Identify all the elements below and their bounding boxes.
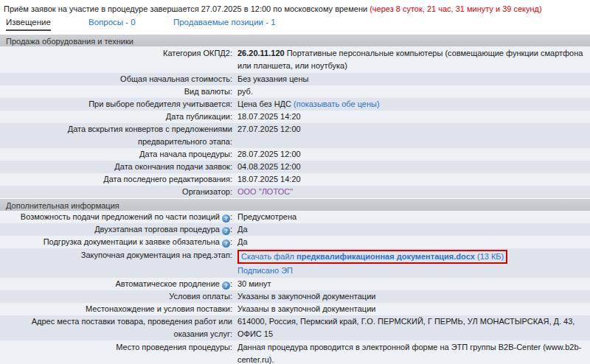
value-text: Да [237, 237, 248, 246]
row-label: Адрес места поставки товара, проведения … [0, 315, 234, 340]
show-both-prices-link[interactable]: (показывать обе цены) [294, 99, 380, 108]
table-row: Подгрузка документации к заявке обязател… [0, 236, 590, 248]
row-value: 30 минут [234, 278, 590, 290]
row-value: Скачать файл предквалификационная докуме… [234, 248, 590, 278]
signed-ep-link[interactable]: Подписано ЭП [237, 266, 293, 275]
value-text: 04.08.2025 12:00 [237, 162, 301, 171]
row-label: Дата окончания подачи заявок: [0, 161, 234, 173]
row-label: Дата начала процедуры: [0, 148, 234, 161]
table-row: Автоматическое продление?:30 минут [0, 278, 590, 290]
row-value: ООО "ЛОТОС" [234, 186, 590, 198]
value-text: 27.07.2025 12:00 [237, 125, 301, 133]
table-row: Дата начала процедуры:28.07.2025 12:00 [0, 148, 590, 161]
row-label: Дата вскрытия конвертов с предложениями … [0, 123, 234, 148]
tab-notice[interactable]: Извещение [6, 18, 51, 31]
tab-bar: Извещение Вопросы - 0 Продаваемые позици… [0, 15, 590, 31]
value-text: 30 минут [237, 279, 271, 288]
tab-questions[interactable]: Вопросы - 0 [88, 18, 136, 29]
section-header: Дополнительная информация [0, 198, 590, 211]
value-text: 28.07.2025 12:00 [237, 150, 301, 158]
table-row: Место проведения процедуры:Данная процед… [0, 340, 590, 364]
value-text: 26.20.11.120 [237, 49, 285, 57]
row-value: 26.20.11.120 Портативные персональные ко… [234, 46, 590, 73]
row-label: Условия оплаты: [0, 290, 234, 303]
table-row: Организатор:ООО "ЛОТОС" [0, 186, 590, 198]
row-label: Категория ОКПД2: [0, 46, 234, 73]
table-row: Адрес места поставки товара, проведения … [0, 315, 590, 340]
row-label: Вид валюты: [0, 85, 234, 98]
row-label: Организатор: [0, 186, 234, 198]
table-row: Возможность подачи предложений по части … [0, 211, 590, 223]
row-label: При выборе победителя учитывается: [0, 98, 234, 111]
value-text: руб. [237, 87, 253, 96]
table-row: Категория ОКПД2:26.20.11.120 Портативные… [0, 46, 590, 73]
value-text: 18.07.2025 14:20 [237, 175, 301, 183]
row-value: 04.08.2025 12:00 [234, 161, 590, 173]
value-text: 18.07.2025 14:20 [237, 112, 301, 121]
row-value: Данная процедура проводится в электронно… [234, 340, 590, 364]
row-value: руб. [234, 85, 590, 98]
row-label: Дата публикации: [0, 111, 234, 123]
info-table: Продажа оборудования и техникиКатегория … [0, 34, 590, 364]
row-value: Без указания цены [234, 73, 590, 85]
notice-text: Приём заявок на участие в процедуре заве… [4, 4, 367, 13]
download-file-size[interactable]: (13 КБ) [475, 252, 504, 261]
row-value: 614000, Россия, Пермский край, Г.О. ПЕРМ… [234, 315, 590, 340]
row-label: Дата последнего редактирования: [0, 173, 234, 186]
value-text: Без указания цены [237, 74, 308, 83]
value-text: Предусмотрена [237, 212, 296, 221]
help-icon[interactable]: ? [222, 227, 230, 235]
row-label: Общая начальная стоимость: [0, 73, 234, 85]
value-text: Указаны в закупочной документации [237, 304, 375, 313]
table-row: Местонахождение и условия поставки:Указа… [0, 303, 590, 315]
table-row: Дата окончания подачи заявок:04.08.2025 … [0, 161, 590, 173]
help-icon[interactable]: ? [222, 239, 230, 248]
row-label: Местонахождение и условия поставки: [0, 303, 234, 315]
notice-bar: Приём заявок на участие в процедуре заве… [0, 0, 590, 15]
table-row: При выборе победителя учитывается:Цена б… [0, 98, 590, 111]
row-value: 28.07.2025 12:00 [234, 148, 590, 161]
row-label: Возможность подачи предложений по части … [0, 211, 234, 223]
row-value: 27.07.2025 12:00 [234, 123, 590, 148]
procedure-page: Приём заявок на участие в процедуре заве… [0, 0, 590, 364]
table-row: Дата вскрытия конвертов с предложениями … [0, 123, 590, 148]
help-icon[interactable]: ? [222, 281, 230, 290]
row-label: Подгрузка документации к заявке обязател… [0, 236, 234, 248]
countdown-text: (через 8 суток, 21 час, 31 минуту и 39 с… [369, 4, 541, 13]
table-row: Условия оплаты:Указаны в закупочной доку… [0, 290, 590, 303]
row-label: Автоматическое продление?: [0, 278, 234, 290]
download-file-name-link[interactable]: предквалификационная документация.docx [296, 252, 475, 261]
row-value: Да [234, 236, 590, 248]
row-label: Двухэтапная торговая процедура?: [0, 223, 234, 236]
value-text: 614000, Россия, Пермский край, Г.О. ПЕРМ… [237, 317, 575, 338]
download-file-link[interactable]: Скачать файл [241, 252, 296, 261]
table-row: Общая начальная стоимость:Без указания ц… [0, 73, 590, 85]
row-label: Место проведения процедуры: [0, 340, 234, 364]
highlighted-download-box: Скачать файл предквалификационная докуме… [237, 250, 507, 264]
row-value: Предусмотрена [234, 211, 590, 223]
value-text: Указаны в закупочной документации [237, 292, 375, 301]
table-row: Двухэтапная торговая процедура?:Да [0, 223, 590, 236]
row-value: 18.07.2025 14:20 [234, 111, 590, 123]
value-text: Портативные персональные компьютеры (сов… [237, 49, 583, 70]
table-row: Закупочная документация на пред.этап:Ска… [0, 248, 590, 278]
table-row: Вид валюты:руб. [0, 85, 590, 98]
table-row: Дата последнего редактирования:18.07.202… [0, 173, 590, 186]
organizer-link[interactable]: ООО "ЛОТОС" [237, 187, 293, 196]
section-header: Продажа оборудования и техники [0, 34, 590, 46]
value-text: Цена без НДС [237, 99, 294, 108]
row-label: Закупочная документация на пред.этап: [0, 248, 234, 278]
help-icon[interactable]: ? [222, 214, 230, 223]
row-value: Цена без НДС (показывать обе цены) [234, 98, 590, 111]
value-text: Да [237, 225, 248, 234]
row-value: Указаны в закупочной документации [234, 303, 590, 315]
row-value: 18.07.2025 14:20 [234, 173, 590, 186]
value-text: Данная процедура проводится в электронно… [237, 343, 581, 364]
row-value: Да [234, 223, 590, 236]
table-row: Дата публикации:18.07.2025 14:20 [0, 111, 590, 123]
row-value: Указаны в закупочной документации [234, 290, 590, 303]
tab-positions[interactable]: Продаваемые позиции - 1 [173, 18, 276, 29]
